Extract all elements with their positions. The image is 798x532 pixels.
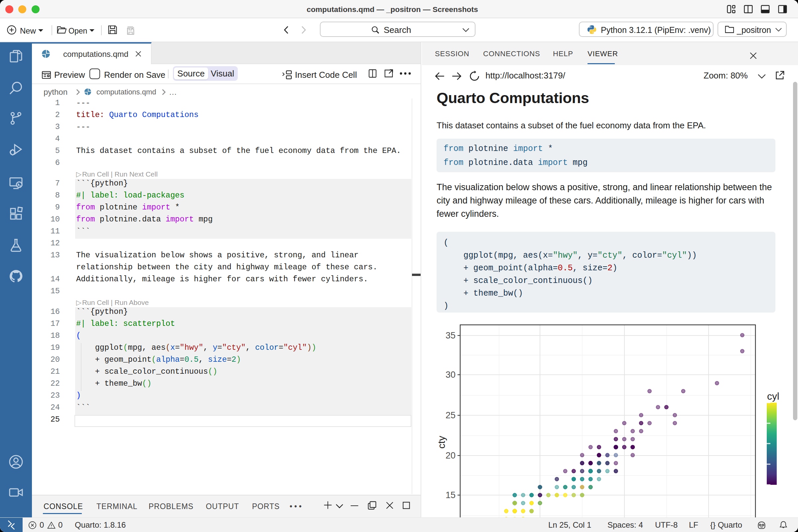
svg-text:35: 35	[445, 330, 456, 341]
svg-text:15: 15	[445, 490, 456, 500]
svg-text:25: 25	[445, 410, 456, 420]
svg-text:30: 30	[445, 370, 456, 380]
svg-text:cty: cty	[437, 436, 447, 449]
svg-text:cyl: cyl	[767, 391, 779, 402]
svg-text:20: 20	[445, 451, 456, 460]
